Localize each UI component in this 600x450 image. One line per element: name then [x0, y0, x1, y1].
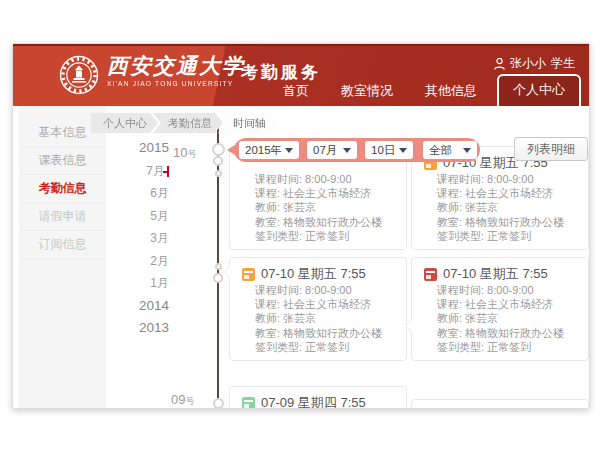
university-logo-icon — [59, 55, 99, 95]
person-icon — [494, 58, 505, 70]
university-name-block: 西安交通大学 XI'AN JIAO TONG UNIVERSITY — [107, 53, 245, 87]
card-title-text: 07-09 星期四 7:55 — [261, 394, 366, 409]
card-field-签到类型: 签到类型: 正常签到 — [242, 229, 394, 243]
day-dropdown-value: 10日 — [371, 143, 395, 158]
card-title: 07-10 星期五 7:55 — [424, 265, 576, 283]
calendar-icon — [242, 268, 255, 281]
card-field-教室: 教室: 格物致知行政办公楼 — [242, 215, 394, 229]
app-header: 西安交通大学 XI'AN JIAO TONG UNIVERSITY 考勤服务 张… — [13, 44, 589, 106]
card-field-签到类型: 签到类型: 正常签到 — [424, 229, 576, 243]
user-info[interactable]: 张小小 学生 — [494, 55, 575, 72]
card-field-课程: 课程: 社会主义市场经济 — [424, 297, 576, 311]
sidebar-item-leave-request[interactable]: 请假申请 — [19, 203, 106, 231]
chevron-down-icon — [399, 148, 407, 153]
timeline-month-2月[interactable]: 2月 — [111, 250, 169, 273]
sidebar-item-subscription-info[interactable]: 订阅信息 — [19, 231, 106, 259]
card-tail-pointer — [406, 320, 412, 332]
nav-other-info[interactable]: 其他信息 — [413, 76, 489, 106]
breadcrumb-timeline[interactable]: 时间轴 — [218, 113, 277, 133]
card-title-text: 07-10 星期五 7:55 — [261, 265, 366, 283]
timeline-node-icon — [215, 263, 222, 270]
card-title: 07-10 星期五 7:55 — [242, 265, 394, 283]
day-marker-10-suffix: 号 — [187, 149, 196, 159]
card-field-签到类型: 签到类型: 正常签到 — [242, 340, 394, 354]
chevron-down-icon — [343, 148, 351, 153]
card-title — [424, 407, 576, 409]
year-dropdown[interactable]: 2015年 — [239, 141, 299, 159]
timeline-node-icon — [212, 143, 225, 156]
card-field-课程: 课程: 社会主义市场经济 — [242, 297, 394, 311]
type-dropdown-value: 全部 — [429, 143, 452, 158]
breadcrumb: 个人中心 考勤信息 时间轴 — [91, 113, 277, 133]
card-field-教师: 教师: 张芸京 — [242, 200, 394, 214]
chevron-down-icon — [463, 148, 471, 153]
timeline-node-icon — [213, 156, 223, 166]
card-field-课程时间: 课程时间: 8:00-9:00 — [242, 283, 394, 297]
user-name: 张小小 — [510, 55, 546, 72]
breadcrumb-attendance-info[interactable]: 考勤信息 — [153, 113, 223, 133]
day-marker-09: 09号 — [171, 392, 194, 408]
card-field-课程时间: 课程时间: 8:00-9:00 — [242, 172, 394, 186]
breadcrumb-personal-center[interactable]: 个人中心 — [91, 113, 158, 133]
chevron-down-icon — [285, 148, 293, 153]
sidebar-item-schedule-info[interactable]: 课表信息 — [19, 147, 106, 175]
timeline-node-icon — [213, 273, 223, 283]
card-field-课程: 课程: 社会主义市场经济 — [424, 186, 576, 200]
university-name-cn: 西安交通大学 — [107, 53, 245, 79]
filter-bar: 2015年 07月 10日 全部 — [234, 138, 480, 162]
timeline-month-3月[interactable]: 3月 — [111, 227, 169, 250]
timeline-year-2013[interactable]: 2013 — [111, 317, 169, 340]
main-nav: 首页 教室情况 其他信息 个人中心 — [263, 74, 581, 106]
attendance-card-row2-left: 07-10 星期五 7:55课程时间: 8:00-9:00课程: 社会主义市场经… — [229, 257, 407, 361]
calendar-icon — [424, 268, 437, 281]
card-title-text: 07-10 星期五 7:55 — [443, 265, 548, 283]
content-area: 基本信息 课表信息 考勤信息 请假申请 订阅信息 个人中心 考勤信息 时间轴 2… — [13, 106, 589, 408]
university-name-en: XI'AN JIAO TONG UNIVERSITY — [107, 80, 245, 87]
page-background: { "header": { "university_cn": "西安交通大学",… — [0, 0, 600, 450]
day-marker-09-suffix: 号 — [185, 396, 194, 406]
day-marker-09-num: 09 — [171, 392, 185, 407]
month-dropdown[interactable]: 07月 — [307, 141, 357, 159]
current-month-tick — [167, 166, 169, 177]
day-dropdown[interactable]: 10日 — [365, 141, 413, 159]
year-dropdown-value: 2015年 — [245, 143, 282, 158]
card-field-课程时间: 课程时间: 8:00-9:00 — [424, 283, 576, 297]
card-field-课程时间: 课程时间: 8:00-9:00 — [424, 172, 576, 186]
sidebar: 基本信息 课表信息 考勤信息 请假申请 订阅信息 — [19, 106, 106, 408]
month-dropdown-value: 07月 — [313, 143, 337, 158]
card-title: 07-09 星期四 7:55 — [242, 394, 394, 409]
timeline-month-5月[interactable]: 5月 — [111, 205, 169, 228]
timeline-month-1月[interactable]: 1月 — [111, 272, 169, 295]
card-field-教师: 教师: 张芸京 — [424, 200, 576, 214]
app-window: 西安交通大学 XI'AN JIAO TONG UNIVERSITY 考勤服务 张… — [12, 43, 590, 409]
timeline-year-2014[interactable]: 2014 — [111, 295, 169, 318]
list-detail-button[interactable]: 列表明细 — [514, 137, 588, 161]
nav-home[interactable]: 首页 — [271, 76, 321, 106]
timeline-node-icon — [215, 170, 222, 177]
timeline-month-7月[interactable]: 7月 — [111, 160, 169, 183]
card-field-课程: 课程: 社会主义市场经济 — [242, 186, 394, 200]
card-tail-pointer — [224, 266, 230, 278]
nav-personal-center[interactable]: 个人中心 — [497, 74, 581, 106]
timeline-year-2015[interactable]: 2015 — [111, 137, 169, 160]
card-field-教室: 教室: 格物致知行政办公楼 — [424, 215, 576, 229]
calendar-icon — [242, 397, 255, 410]
sidebar-item-attendance-info[interactable]: 考勤信息 — [19, 175, 106, 203]
timeline-node-icon — [213, 398, 224, 409]
day-marker-10-num: 10 — [173, 145, 187, 160]
timeline-month-list: 20157月6月5月3月2月1月20142013 — [111, 137, 169, 340]
card-field-教师: 教师: 张芸京 — [242, 311, 394, 325]
attendance-card-row3-left: 07-09 星期四 7:55 — [229, 386, 407, 409]
attendance-card-row2-right: 07-10 星期五 7:55课程时间: 8:00-9:00课程: 社会主义市场经… — [411, 257, 589, 361]
nav-classroom-status[interactable]: 教室情况 — [329, 76, 405, 106]
timeline-month-6月[interactable]: 6月 — [111, 182, 169, 205]
attendance-card-row3-right — [411, 399, 589, 409]
user-role: 学生 — [551, 55, 575, 72]
card-field-教室: 教室: 格物致知行政办公楼 — [424, 326, 576, 340]
card-field-教室: 教室: 格物致知行政办公楼 — [242, 326, 394, 340]
card-field-教师: 教师: 张芸京 — [424, 311, 576, 325]
day-marker-10: 10号 — [173, 145, 196, 161]
type-dropdown[interactable]: 全部 — [423, 141, 477, 159]
card-field-签到类型: 签到类型: 正常签到 — [424, 340, 576, 354]
